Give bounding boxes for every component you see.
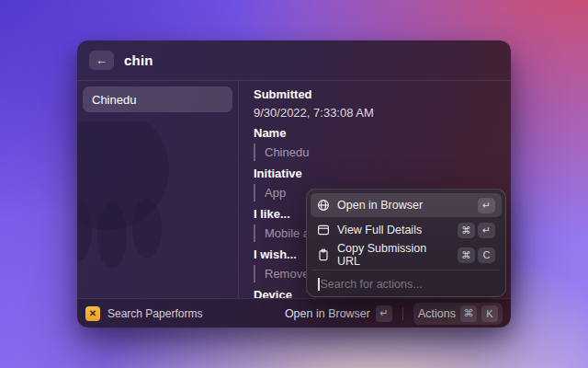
k-key-badge: K (481, 305, 498, 322)
field-label: Submitted (254, 86, 496, 102)
command-key-badge: ⌘ (460, 305, 477, 322)
extension-name: Search Paperforms (107, 307, 202, 320)
primary-action-label: Open in Browser (285, 307, 370, 320)
action-shortcut: ↵ (478, 198, 495, 213)
command-key-badge: ⌘ (458, 223, 475, 238)
paperform-logo-icon: ✕ (85, 306, 100, 321)
search-header: ← chin (77, 40, 511, 81)
logo-glyph: ✕ (89, 309, 96, 318)
action-label: Open in Browser (337, 199, 470, 212)
field-value: Chinedu (254, 144, 496, 161)
back-button[interactable]: ← (89, 51, 114, 70)
actions-search-input[interactable]: Search for actions... (311, 271, 502, 296)
results-sidebar: Chinedu (77, 81, 239, 298)
field-value: 9/30/2022, 7:33:08 AM (254, 105, 496, 121)
panel-divider (312, 270, 500, 270)
globe-icon (317, 199, 330, 212)
back-arrow-icon: ← (96, 54, 107, 66)
action-label: Copy Submission URL (337, 242, 450, 268)
return-key-badge: ↵ (478, 223, 495, 238)
field-label: Name (254, 125, 496, 141)
actions-button[interactable]: Actions ⌘ K (413, 303, 503, 325)
result-item-chinedu[interactable]: Chinedu (83, 86, 232, 112)
action-shortcut: ⌘ ↵ (458, 223, 495, 238)
app-window-icon (317, 224, 330, 236)
result-item-label: Chinedu (92, 93, 136, 107)
actions-label: Actions (418, 307, 456, 320)
primary-action-button[interactable]: Open in Browser ↵ (285, 305, 392, 322)
field-name: Name Chinedu (254, 125, 496, 161)
return-key-badge: ↵ (376, 305, 392, 322)
actions-panel: Open in Browser ↵ View Full Details ⌘ ↵ … (306, 189, 506, 297)
search-placeholder: Search for actions... (321, 278, 423, 291)
action-label: View Full Details (337, 224, 450, 236)
text-caret (318, 278, 320, 291)
paperform-watermark (77, 121, 226, 296)
field-label: Initiative (254, 166, 496, 181)
return-key-badge: ↵ (478, 198, 495, 213)
clipboard-icon (317, 248, 330, 261)
c-key-badge: C (478, 247, 495, 263)
action-view-full-details[interactable]: View Full Details ⌘ ↵ (311, 218, 502, 242)
action-shortcut: ⌘ C (458, 247, 495, 263)
action-copy-submission-url[interactable]: Copy Submission URL ⌘ C (311, 243, 502, 267)
statusbar-divider (402, 307, 403, 320)
action-open-in-browser[interactable]: Open in Browser ↵ (311, 193, 502, 217)
status-bar: ✕ Search Paperforms Open in Browser ↵ Ac… (77, 298, 511, 328)
field-submitted: Submitted 9/30/2022, 7:33:08 AM (254, 86, 496, 121)
search-input[interactable]: chin (124, 52, 153, 68)
command-key-badge: ⌘ (458, 247, 475, 263)
